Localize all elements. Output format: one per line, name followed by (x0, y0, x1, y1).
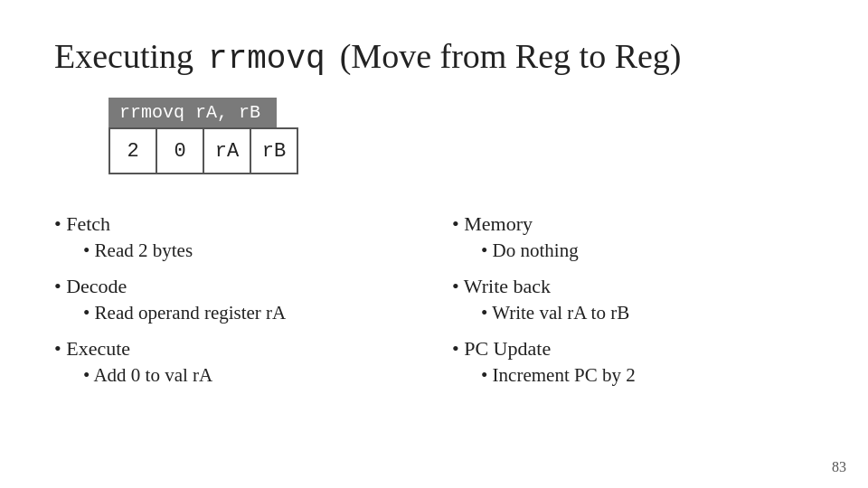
page-number: 83 (832, 459, 846, 475)
title-command: rrmovq (208, 41, 326, 78)
memory-sub-0: • Do nothing (481, 239, 814, 262)
writeback-main: • Write back (452, 275, 814, 298)
title-prefix: Executing (54, 36, 193, 76)
pcupdate-sub-0: • Increment PC by 2 (481, 364, 814, 387)
byte-cell-0: 2 (108, 127, 157, 174)
instruction-label: rrmovq rA, rB (108, 98, 277, 127)
title-row: Executing rrmovq (Move from Reg to Reg) (54, 36, 814, 78)
decode-sub-0: • Read operand register rA (83, 302, 416, 324)
byte-cell-2: rA (203, 127, 251, 174)
instruction-block: rrmovq rA, rB 2 0 rA rB (108, 98, 814, 174)
title-suffix: (Move from Reg to Reg) (340, 36, 682, 76)
content-area: • Fetch • Read 2 bytes • Decode • Read o… (54, 200, 814, 389)
fetch-main: • Fetch (54, 212, 416, 236)
left-column: • Fetch • Read 2 bytes • Decode • Read o… (54, 200, 434, 389)
writeback-sub-0: • Write val rA to rB (481, 302, 814, 324)
pcupdate-main: • PC Update (452, 337, 814, 361)
memory-main: • Memory (452, 212, 814, 236)
right-column: • Memory • Do nothing • Write back • Wri… (434, 200, 814, 389)
execute-main: • Execute (54, 337, 416, 361)
execute-sub-0: • Add 0 to val rA (83, 364, 416, 387)
slide: Executing rrmovq (Move from Reg to Reg) … (0, 0, 868, 488)
bytes-row: 2 0 rA rB (108, 127, 814, 174)
byte-cell-1: 0 (156, 127, 204, 174)
decode-main: • Decode (54, 275, 416, 298)
byte-cell-3: rB (250, 127, 298, 174)
fetch-sub-0: • Read 2 bytes (83, 239, 416, 262)
